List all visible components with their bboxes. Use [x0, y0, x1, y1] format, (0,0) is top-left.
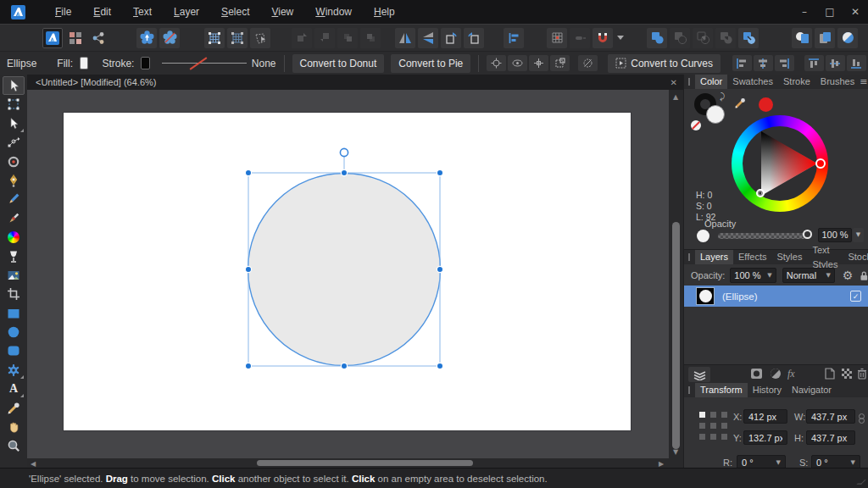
- new-layer-button[interactable]: [825, 368, 835, 381]
- view-tool[interactable]: [3, 418, 25, 436]
- hue-selector[interactable]: [815, 158, 826, 169]
- pixel-persona-button[interactable]: [65, 28, 86, 48]
- show-rotation-centre-button[interactable]: [508, 55, 527, 71]
- transform-objects-separately-button[interactable]: [529, 55, 548, 71]
- scroll-left-arrow[interactable]: ◀: [31, 460, 36, 468]
- menu-help[interactable]: Help: [363, 0, 406, 24]
- rotation-handle[interactable]: [340, 148, 348, 156]
- align-center-button[interactable]: [754, 55, 773, 71]
- pen-tool[interactable]: [3, 171, 25, 190]
- align-right-button[interactable]: [775, 55, 794, 71]
- arrange-move-forward-button[interactable]: [292, 28, 312, 48]
- node-tool[interactable]: [3, 114, 25, 133]
- rectangle-tool[interactable]: [3, 304, 25, 323]
- snapping-magnet-button[interactable]: [593, 28, 613, 48]
- anchor-point-selector[interactable]: [699, 412, 727, 440]
- colour-picker-tool[interactable]: [3, 399, 25, 418]
- zoom-tool[interactable]: [3, 436, 25, 455]
- lock-icon[interactable]: [860, 270, 868, 281]
- tab-brushes[interactable]: Brushes: [815, 75, 860, 89]
- ellipse-shape[interactable]: [248, 174, 441, 366]
- link-dimensions-icon[interactable]: [859, 413, 865, 422]
- panel-menu-icon[interactable]: ≡: [860, 76, 867, 87]
- panel-grip[interactable]: [688, 386, 690, 394]
- no-colour-well[interactable]: [691, 120, 701, 130]
- window-resize-grip[interactable]: [856, 480, 865, 485]
- mask-layer-button[interactable]: [750, 368, 763, 381]
- tab-color[interactable]: Color: [695, 75, 727, 89]
- transparency-tool[interactable]: [3, 247, 25, 266]
- insert-pixel-badge-button[interactable]: [159, 28, 180, 48]
- tab-styles[interactable]: Styles: [771, 250, 807, 264]
- scroll-down-arrow[interactable]: ▼: [673, 448, 678, 456]
- opacity-value-field[interactable]: 100 %: [818, 228, 852, 242]
- swap-colours-icon[interactable]: ⤸: [720, 92, 725, 102]
- rotate-ccw-button[interactable]: [441, 28, 461, 48]
- fill-swatch[interactable]: [80, 57, 88, 69]
- tab-swatches[interactable]: Swatches: [727, 75, 778, 89]
- boolean-intersect-button[interactable]: [693, 28, 713, 48]
- picked-colour-swatch[interactable]: [759, 97, 773, 112]
- transform-x-input[interactable]: [743, 409, 787, 424]
- pencil-tool[interactable]: [3, 190, 25, 208]
- adjustment-layer-button[interactable]: [770, 368, 782, 381]
- stroke-swatch[interactable]: [141, 57, 149, 69]
- arrange-move-backward-button[interactable]: [314, 28, 335, 48]
- stroke-width-value[interactable]: None: [252, 58, 276, 69]
- export-persona-button[interactable]: [88, 28, 108, 48]
- convert-to-curves-button[interactable]: Convert to Curves: [608, 54, 721, 73]
- vertical-scroll-thumb[interactable]: [672, 222, 680, 449]
- menu-view[interactable]: View: [260, 0, 304, 24]
- align-top-button[interactable]: [804, 55, 824, 71]
- transform-y-input[interactable]: [743, 430, 787, 445]
- fill-colour-well[interactable]: [706, 105, 725, 124]
- flip-horizontal-button[interactable]: [395, 28, 415, 48]
- layers-opacity-dropdown[interactable]: 100 %▼: [730, 268, 776, 283]
- scroll-up-arrow[interactable]: ▲: [673, 93, 678, 101]
- vertical-scrollbar[interactable]: ▲ ▼: [669, 90, 683, 458]
- vector-crop-tool[interactable]: [3, 285, 25, 303]
- boolean-divide-button[interactable]: [738, 28, 759, 48]
- align-middle-button[interactable]: [826, 55, 845, 71]
- ellipse-selection[interactable]: [27, 90, 669, 458]
- colour-picker-well[interactable]: [733, 97, 747, 113]
- transform-w-input[interactable]: [806, 409, 855, 424]
- panel-grip[interactable]: [688, 253, 690, 261]
- flip-vertical-button[interactable]: [418, 28, 438, 48]
- menu-select[interactable]: Select: [210, 0, 260, 24]
- arrange-to-back-button[interactable]: [360, 28, 381, 48]
- rotate-cw-button[interactable]: [464, 28, 484, 48]
- arrange-to-front-button[interactable]: [337, 28, 358, 48]
- stroke-width-control[interactable]: [162, 56, 247, 71]
- horizontal-scrollbar[interactable]: ◀ ▶: [27, 458, 669, 468]
- tab-stroke[interactable]: Stroke: [778, 75, 815, 89]
- snap-shape-button[interactable]: [250, 28, 270, 48]
- minimize-icon[interactable]: –: [792, 0, 817, 24]
- rotation-centre-button[interactable]: [487, 55, 506, 71]
- layer-effects-button[interactable]: fx: [787, 368, 795, 380]
- canvas-viewport[interactable]: [27, 90, 669, 458]
- triangle-selector[interactable]: [756, 189, 765, 197]
- delete-layer-button[interactable]: [857, 368, 867, 381]
- snapping-dropdown-arrow[interactable]: [615, 28, 626, 48]
- tab-history[interactable]: History: [748, 383, 787, 397]
- corner-tool[interactable]: [3, 152, 25, 171]
- move-tool[interactable]: [3, 76, 25, 95]
- point-transform-tool[interactable]: [3, 133, 25, 152]
- designer-persona-button[interactable]: [42, 28, 63, 48]
- insert-on-top-button[interactable]: [815, 28, 835, 48]
- align-bottom-button[interactable]: [847, 55, 866, 71]
- menu-window[interactable]: Window: [304, 0, 363, 24]
- opacity-slider-track[interactable]: [718, 233, 806, 239]
- tab-effects[interactable]: Effects: [733, 250, 771, 264]
- menu-text[interactable]: Text: [122, 0, 163, 24]
- blend-options-gear-icon[interactable]: ⚙: [843, 269, 854, 282]
- insert-inside-button[interactable]: [837, 28, 858, 48]
- boolean-add-button[interactable]: [647, 28, 667, 48]
- vector-brush-tool[interactable]: [3, 209, 25, 228]
- alignment-button[interactable]: [504, 28, 524, 48]
- snap-grid-button[interactable]: [204, 28, 225, 48]
- transform-h-input[interactable]: [806, 430, 855, 445]
- rounded-rectangle-tool[interactable]: [3, 341, 25, 360]
- tab-navigator[interactable]: Navigator: [787, 383, 837, 397]
